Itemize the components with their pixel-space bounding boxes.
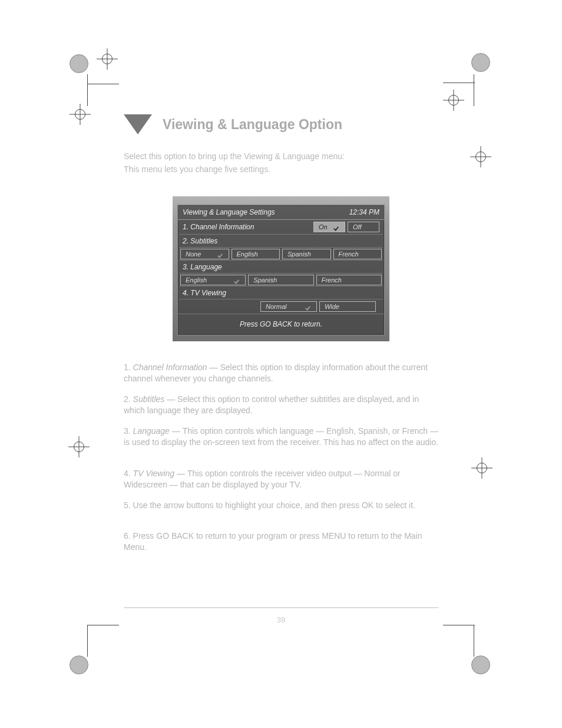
regmark-line — [87, 84, 119, 84]
row-subtitles-opts: None English Spanish French — [179, 248, 383, 261]
definition-5: 5. Use the arrow buttons to highlight yo… — [124, 500, 442, 511]
page-number: 39 — [0, 615, 562, 624]
check-icon — [218, 251, 224, 257]
def-text: Use the arrow buttons to highlight your … — [133, 500, 415, 510]
regmark-crosshair — [443, 90, 464, 111]
regmark-line — [474, 74, 474, 106]
row-label: 1. Channel Information — [183, 223, 257, 231]
option-label: On — [319, 223, 328, 230]
regmark-circle — [70, 655, 88, 674]
check-icon — [306, 304, 312, 309]
def-text: Press GO BACK to return to your program … — [124, 531, 422, 552]
row-tvviewing-label: 4. TV Viewing — [179, 286, 383, 299]
intro-line-1: Select this option to bring up the Viewi… — [124, 151, 442, 162]
def-name: Language — — [133, 426, 183, 436]
option-label: Wide — [325, 303, 339, 310]
row-label: 2. Subtitles — [183, 237, 221, 245]
osd-panel: Viewing & Language Settings 12:34 PM 1. … — [177, 205, 385, 335]
option-french[interactable]: French — [333, 249, 382, 259]
regmark-crosshair — [471, 457, 492, 479]
regmark-crosshair — [97, 48, 118, 70]
osd-footer: Press GO BACK to return. — [178, 314, 384, 333]
option-wide[interactable]: Wide — [319, 301, 376, 312]
option-normal[interactable]: Normal — [260, 301, 317, 312]
definition-4: 4. TV Viewing — This option controls the… — [124, 468, 442, 490]
definition-1: 1. Channel Information — Select this opt… — [124, 362, 442, 384]
regmark-line — [87, 625, 88, 657]
triangle-down-icon — [124, 114, 152, 134]
row-label: 4. TV Viewing — [183, 289, 230, 297]
osd-clock: 12:34 PM — [349, 208, 379, 216]
osd-title-bar: Viewing & Language Settings 12:34 PM — [178, 205, 384, 220]
row-tvviewing-opts: Normal Wide — [179, 299, 383, 314]
regmark-crosshair — [70, 104, 91, 125]
def-number: 4. — [124, 469, 133, 478]
def-number: 2. — [124, 394, 133, 404]
regmark-line — [443, 625, 475, 625]
row-channel-info: 1. Channel Information On Off — [179, 220, 383, 235]
option-off[interactable]: Off — [348, 222, 379, 232]
osd-title: Viewing & Language Settings — [183, 208, 275, 216]
osd-screenshot: Viewing & Language Settings 12:34 PM 1. … — [173, 196, 389, 341]
def-number: 1. — [124, 363, 133, 372]
row-subtitles-label: 2. Subtitles — [179, 235, 383, 248]
regmark-circle — [471, 53, 490, 72]
def-name: TV Viewing — — [133, 469, 187, 478]
option-spanish[interactable]: Spanish — [248, 275, 313, 285]
check-icon — [234, 277, 240, 283]
def-number: 6. — [124, 531, 133, 541]
row-label: 3. Language — [183, 263, 226, 271]
option-none[interactable]: None — [180, 249, 229, 259]
definition-3: 3. Language — This option controls which… — [124, 426, 442, 448]
option-english[interactable]: English — [180, 275, 246, 285]
option-label: None — [186, 251, 201, 258]
regmark-circle — [471, 655, 490, 674]
option-on[interactable]: On — [313, 222, 345, 232]
regmark-line — [87, 625, 119, 625]
regmark-line — [474, 625, 474, 657]
regmark-line — [87, 74, 88, 106]
def-number: 3. — [124, 426, 133, 436]
regmark-circle — [70, 54, 88, 73]
definition-2: 2. Subtitles — Select this option to con… — [124, 394, 442, 416]
def-number: 5. — [124, 500, 133, 510]
row-language-opts: English Spanish French — [179, 274, 383, 286]
option-label: French — [339, 251, 359, 258]
row-language-label: 3. Language — [179, 261, 383, 274]
regmark-line — [443, 83, 475, 83]
regmark-crosshair — [470, 146, 491, 167]
section-title: Viewing & Language Option — [163, 117, 342, 133]
option-label: Spanish — [287, 251, 311, 258]
option-spanish[interactable]: Spanish — [282, 249, 331, 259]
definition-6: 6. Press GO BACK to return to your progr… — [124, 531, 442, 553]
def-name: Subtitles — — [133, 394, 177, 404]
option-label: Off — [353, 223, 362, 230]
option-label: Spanish — [253, 276, 277, 284]
option-label: French — [322, 276, 342, 284]
section-header: Viewing & Language Option — [124, 111, 442, 138]
check-icon — [334, 224, 340, 230]
def-name: Channel Information — — [133, 363, 220, 372]
option-label: English — [186, 276, 207, 284]
option-label: English — [237, 251, 258, 258]
bottom-rule — [124, 607, 438, 608]
option-english[interactable]: English — [232, 249, 280, 259]
intro-line-2: This menu lets you change five settings. — [124, 164, 442, 175]
option-french[interactable]: French — [316, 275, 382, 285]
regmark-crosshair — [68, 436, 90, 457]
option-label: Normal — [266, 303, 286, 310]
